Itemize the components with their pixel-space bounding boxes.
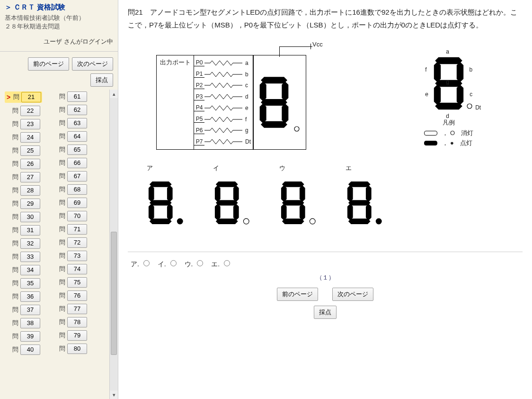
question-row-31[interactable]: 問31	[5, 225, 42, 236]
question-row-23[interactable]: 問23	[5, 119, 42, 129]
question-button-70[interactable]: 70	[67, 211, 87, 221]
question-button-73[interactable]: 73	[67, 251, 87, 261]
question-button-38[interactable]: 38	[20, 318, 40, 328]
question-row-21[interactable]: >問21	[5, 91, 42, 103]
question-row-22[interactable]: 問22	[5, 106, 42, 116]
question-button-67[interactable]: 67	[67, 171, 87, 181]
score-button-sidebar[interactable]: 採点	[90, 73, 113, 87]
question-button-80[interactable]: 80	[67, 344, 87, 354]
question-row-63[interactable]: 問63	[52, 118, 87, 128]
question-row-33[interactable]: 問33	[5, 252, 42, 262]
scrollbar[interactable]: ▴ ▾	[109, 90, 118, 399]
question-button-22[interactable]: 22	[20, 106, 40, 116]
question-button-21[interactable]: 21	[21, 92, 41, 102]
question-button-31[interactable]: 31	[20, 225, 40, 236]
question-button-72[interactable]: 72	[67, 237, 87, 248]
question-row-61[interactable]: 問61	[52, 91, 87, 102]
question-button-40[interactable]: 40	[20, 345, 40, 355]
question-row-35[interactable]: 問35	[5, 278, 42, 289]
question-row-32[interactable]: 問32	[5, 238, 42, 249]
question-button-75[interactable]: 75	[67, 277, 87, 288]
question-row-67[interactable]: 問67	[52, 171, 87, 181]
question-button-26[interactable]: 26	[20, 159, 40, 169]
question-button-39[interactable]: 39	[20, 331, 40, 342]
answer-radio-u[interactable]	[197, 260, 203, 266]
seven-segment-choice-u	[279, 174, 317, 231]
question-row-62[interactable]: 問62	[52, 105, 87, 115]
scroll-thumb[interactable]	[111, 232, 117, 355]
question-row-30[interactable]: 問30	[5, 212, 42, 222]
question-button-34[interactable]: 34	[20, 265, 40, 275]
question-row-71[interactable]: 問71	[52, 224, 87, 235]
answer-option-e[interactable]: エ.	[211, 260, 231, 268]
question-button-77[interactable]: 77	[67, 304, 87, 314]
answer-option-u[interactable]: ウ.	[185, 260, 205, 268]
question-row-65[interactable]: 問65	[52, 145, 87, 155]
question-row-74[interactable]: 問74	[52, 264, 87, 274]
scroll-up-icon[interactable]: ▴	[110, 90, 118, 98]
question-row-27[interactable]: 問27	[5, 172, 42, 182]
question-row-68[interactable]: 問68	[52, 184, 87, 195]
prev-page-button-main[interactable]: 前のページ	[277, 288, 318, 301]
question-button-64[interactable]: 64	[67, 131, 87, 142]
next-page-button-sidebar[interactable]: 次のページ	[72, 57, 113, 71]
question-row-34[interactable]: 問34	[5, 265, 42, 275]
question-row-36[interactable]: 問36	[5, 291, 42, 302]
question-button-23[interactable]: 23	[20, 119, 40, 129]
question-button-69[interactable]: 69	[67, 198, 87, 208]
question-row-69[interactable]: 問69	[52, 198, 87, 208]
question-button-28[interactable]: 28	[20, 185, 40, 196]
question-row-29[interactable]: 問29	[5, 199, 42, 209]
question-row-26[interactable]: 問26	[5, 159, 42, 169]
question-row-40[interactable]: 問40	[5, 345, 42, 355]
answer-radio-a[interactable]	[143, 260, 150, 266]
question-row-73[interactable]: 問73	[52, 251, 87, 261]
question-row-75[interactable]: 問75	[52, 277, 87, 288]
score-button-main[interactable]: 採点	[314, 306, 337, 319]
answer-radio-e[interactable]	[224, 260, 230, 266]
question-button-79[interactable]: 79	[67, 330, 87, 341]
question-button-24[interactable]: 24	[20, 132, 40, 143]
question-button-62[interactable]: 62	[67, 105, 87, 115]
question-button-68[interactable]: 68	[67, 184, 87, 195]
question-button-37[interactable]: 37	[20, 305, 40, 315]
question-row-72[interactable]: 問72	[52, 237, 87, 248]
question-row-39[interactable]: 問39	[5, 331, 42, 342]
question-button-65[interactable]: 65	[67, 145, 87, 155]
question-button-71[interactable]: 71	[67, 224, 87, 235]
question-row-79[interactable]: 問79	[52, 330, 87, 341]
question-row-78[interactable]: 問78	[52, 317, 87, 327]
question-row-76[interactable]: 問76	[52, 290, 87, 301]
question-button-63[interactable]: 63	[67, 118, 87, 128]
question-row-25[interactable]: 問25	[5, 145, 42, 156]
question-row-70[interactable]: 問70	[52, 211, 87, 221]
question-row-80[interactable]: 問80	[52, 344, 87, 354]
question-row-38[interactable]: 問38	[5, 318, 42, 328]
question-button-27[interactable]: 27	[20, 172, 40, 182]
answer-radio-i[interactable]	[170, 260, 177, 266]
scroll-down-icon[interactable]: ▾	[110, 390, 118, 399]
question-button-29[interactable]: 29	[20, 199, 40, 209]
question-label: 問	[59, 265, 65, 273]
question-button-66[interactable]: 66	[67, 158, 87, 168]
question-button-33[interactable]: 33	[20, 252, 40, 262]
question-button-78[interactable]: 78	[67, 317, 87, 327]
question-row-37[interactable]: 問37	[5, 305, 42, 315]
next-page-button-main[interactable]: 次のページ	[332, 288, 373, 301]
question-button-30[interactable]: 30	[20, 212, 40, 222]
question-row-77[interactable]: 問77	[52, 304, 87, 314]
answer-option-i[interactable]: イ.	[158, 260, 178, 268]
question-row-24[interactable]: 問24	[5, 132, 42, 143]
question-row-66[interactable]: 問66	[52, 158, 87, 168]
question-button-32[interactable]: 32	[20, 238, 40, 249]
question-button-76[interactable]: 76	[67, 290, 87, 301]
question-row-28[interactable]: 問28	[5, 185, 42, 196]
prev-page-button-sidebar[interactable]: 前のページ	[28, 57, 69, 71]
question-row-64[interactable]: 問64	[52, 131, 87, 142]
answer-option-a[interactable]: ア.	[131, 260, 151, 268]
question-button-25[interactable]: 25	[20, 145, 40, 156]
question-button-35[interactable]: 35	[20, 278, 40, 289]
question-button-61[interactable]: 61	[67, 91, 87, 102]
question-button-36[interactable]: 36	[20, 291, 40, 302]
question-button-74[interactable]: 74	[67, 264, 87, 274]
